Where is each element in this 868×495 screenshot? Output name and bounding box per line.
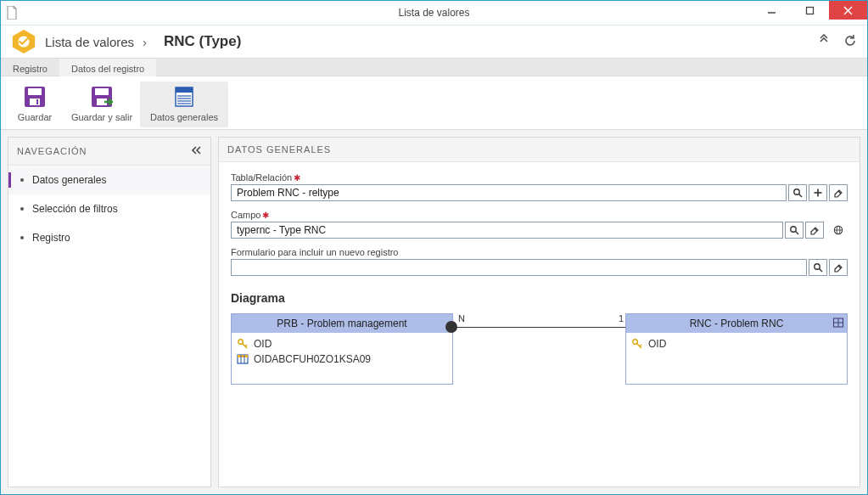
svg-point-43 bbox=[633, 340, 638, 345]
campo-input[interactable] bbox=[231, 222, 783, 239]
maximize-button[interactable] bbox=[791, 1, 829, 20]
svg-line-20 bbox=[799, 194, 802, 197]
field-label: Tabla/Relación✱ bbox=[231, 172, 848, 183]
sidebar-item-registro[interactable]: Registro bbox=[8, 223, 210, 252]
svg-rect-1 bbox=[807, 7, 814, 14]
diagram-title: Diagrama bbox=[231, 291, 848, 305]
diagram: PRB - Problem management OID OIDABCFUH0Z… bbox=[231, 313, 848, 385]
sidebar-item-label: Datos generales bbox=[32, 174, 106, 186]
breadcrumb-current: RNC (Type) bbox=[164, 33, 241, 50]
minimize-button[interactable] bbox=[753, 1, 791, 20]
svg-rect-9 bbox=[36, 99, 38, 104]
cardinality-right: 1 bbox=[619, 313, 624, 323]
app-window: Lista de valores Lista de valores › RNC … bbox=[0, 0, 868, 495]
sidebar-header: NAVEGACIÓN bbox=[8, 138, 210, 166]
entity-header: PRB - Problem management bbox=[232, 314, 452, 333]
relationship-link: N 1 bbox=[453, 325, 625, 329]
breadcrumb-separator: › bbox=[143, 35, 147, 49]
main-panel: DATOS GENERALES Tabla/Relación✱ bbox=[218, 137, 860, 487]
ribbon-tabs: Registro Datos del registro bbox=[1, 58, 867, 76]
link-line-segment bbox=[453, 327, 625, 328]
window-title: Lista de valores bbox=[1, 7, 867, 19]
entity-rnc[interactable]: RNC - Problem RNC OID bbox=[625, 313, 848, 385]
save-button[interactable]: Guardar bbox=[6, 82, 64, 127]
search-button[interactable] bbox=[788, 184, 807, 201]
link-node-icon bbox=[445, 321, 457, 333]
svg-line-45 bbox=[640, 345, 641, 346]
entity-header: RNC - Problem RNC bbox=[626, 314, 847, 333]
breadcrumb-bar: Lista de valores › RNC (Type) bbox=[1, 25, 867, 58]
save-label: Guardar bbox=[18, 112, 52, 122]
search-button[interactable] bbox=[809, 259, 827, 276]
key-icon bbox=[237, 338, 249, 350]
app-icon bbox=[11, 29, 36, 54]
table-icon bbox=[237, 353, 249, 365]
entity-field-oid: OID bbox=[237, 336, 447, 352]
main-body: Tabla/Relación✱ bbox=[219, 162, 860, 487]
entity-body: OID OIDABCFUH0ZO1KSA09 bbox=[232, 333, 452, 384]
add-button[interactable] bbox=[809, 184, 827, 201]
svg-rect-11 bbox=[95, 88, 109, 95]
svg-rect-7 bbox=[28, 88, 42, 95]
formulario-input[interactable] bbox=[231, 259, 807, 276]
ribbon-actions: Guardar Guardar y salir Datos generales bbox=[1, 76, 867, 129]
general-data-label: Datos generales bbox=[150, 112, 218, 122]
svg-line-35 bbox=[245, 345, 247, 346]
svg-rect-37 bbox=[238, 355, 248, 357]
entity-prb[interactable]: PRB - Problem management OID OIDABCFUH0Z… bbox=[231, 313, 453, 385]
sidebar-item-label: Selección de filtros bbox=[32, 203, 118, 215]
body-area: NAVEGACIÓN Datos generales Selección de … bbox=[1, 129, 867, 494]
svg-rect-8 bbox=[30, 98, 40, 105]
sidebar-item-seleccion-filtros[interactable]: Selección de filtros bbox=[8, 194, 210, 223]
svg-line-25 bbox=[796, 232, 798, 234]
window-controls bbox=[753, 1, 867, 20]
svg-point-19 bbox=[794, 189, 799, 194]
entity-field-oid-detail: OIDABCFUH0ZO1KSA09 bbox=[237, 352, 447, 367]
bullet-icon bbox=[20, 207, 24, 211]
titlebar: Lista de valores bbox=[1, 1, 867, 25]
field-formulario: Formulario para incluir un nuevo registr… bbox=[231, 247, 848, 276]
cardinality-left: N bbox=[458, 313, 465, 323]
clear-button[interactable] bbox=[805, 222, 824, 239]
sidebar: NAVEGACIÓN Datos generales Selección de … bbox=[8, 137, 211, 487]
sidebar-item-datos-generales[interactable]: Datos generales bbox=[8, 166, 210, 194]
key-icon bbox=[631, 338, 643, 350]
svg-line-31 bbox=[820, 269, 822, 272]
save-exit-label: Guardar y salir bbox=[71, 112, 132, 122]
svg-point-33 bbox=[238, 340, 244, 345]
save-exit-button[interactable]: Guardar y salir bbox=[64, 82, 140, 127]
entity-body: OID bbox=[626, 333, 847, 384]
clear-button[interactable] bbox=[829, 184, 848, 201]
sidebar-collapse-icon[interactable] bbox=[190, 144, 202, 158]
field-tabla-relacion: Tabla/Relación✱ bbox=[231, 172, 848, 201]
required-icon: ✱ bbox=[262, 211, 269, 220]
bullet-icon bbox=[20, 178, 24, 182]
svg-point-24 bbox=[791, 227, 796, 232]
svg-rect-14 bbox=[176, 87, 193, 93]
tabla-relacion-input[interactable] bbox=[231, 184, 787, 201]
general-data-button[interactable]: Datos generales bbox=[140, 82, 228, 127]
sidebar-item-label: Registro bbox=[32, 232, 70, 244]
close-button[interactable] bbox=[829, 1, 867, 20]
breadcrumb-parent[interactable]: Lista de valores bbox=[45, 35, 134, 49]
clear-button[interactable] bbox=[829, 259, 848, 276]
field-campo: Campo✱ bbox=[231, 210, 848, 239]
table-icon bbox=[833, 318, 843, 330]
document-icon bbox=[6, 6, 18, 20]
entity-field-oid: OID bbox=[631, 336, 842, 352]
svg-point-30 bbox=[815, 264, 820, 269]
search-button[interactable] bbox=[785, 222, 804, 239]
bullet-icon bbox=[20, 236, 24, 239]
globe-icon[interactable] bbox=[829, 222, 848, 239]
required-icon: ✱ bbox=[294, 173, 300, 183]
refresh-icon[interactable] bbox=[843, 34, 857, 50]
field-label: Formulario para incluir un nuevo registr… bbox=[231, 247, 848, 257]
sidebar-title: NAVEGACIÓN bbox=[17, 146, 87, 156]
main-header: DATOS GENERALES bbox=[219, 138, 860, 162]
field-label: Campo✱ bbox=[231, 210, 848, 220]
collapse-up-icon[interactable] bbox=[818, 34, 830, 50]
